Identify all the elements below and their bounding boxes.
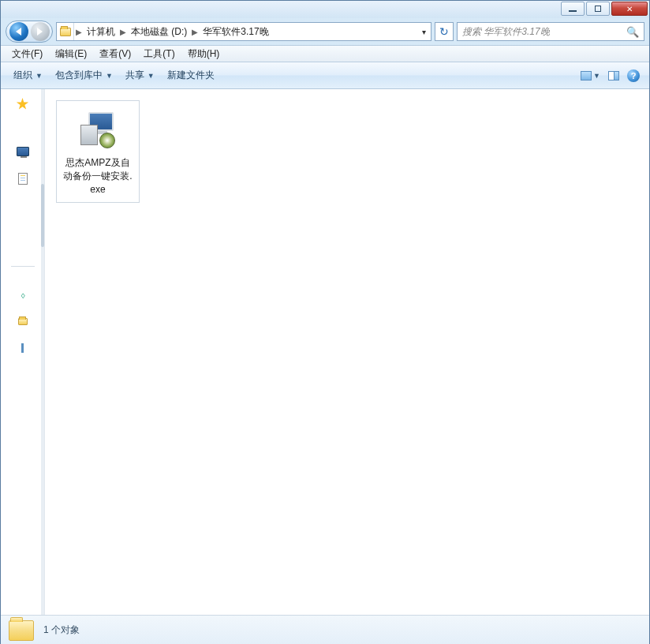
include-label: 包含到库中 (55, 69, 103, 82)
command-bar: 组织 ▼ 包含到库中 ▼ 共享 ▼ 新建文件夹 ▼ ? (1, 62, 649, 89)
toolbar-right: ▼ ? (581, 69, 643, 82)
forward-button[interactable] (31, 22, 50, 41)
close-button[interactable]: ✕ (611, 2, 648, 16)
status-text: 1 个对象 (43, 623, 80, 637)
arrow-right-icon (37, 28, 43, 36)
search-icon: 🔍 (626, 26, 639, 38)
chevron-right-icon: ▶ (118, 28, 128, 36)
organize-button[interactable]: 组织 ▼ (7, 66, 49, 85)
item-icon[interactable] (16, 341, 30, 355)
network-icon[interactable]: ⬨ (16, 287, 30, 301)
sidebar-scrollbar[interactable] (41, 89, 44, 615)
chevron-down-icon: ▼ (148, 72, 155, 80)
chevron-down-icon: ▼ (35, 72, 43, 80)
address-dropdown[interactable]: ▾ (417, 28, 431, 36)
help-icon: ? (631, 71, 637, 80)
folder-tree-icon[interactable] (16, 314, 30, 328)
help-button[interactable]: ? (627, 69, 640, 82)
maximize-button[interactable] (586, 2, 610, 16)
menu-file[interactable]: 文件(F) (6, 46, 49, 62)
divider (11, 266, 35, 267)
organize-label: 组织 (13, 69, 32, 82)
exe-installer-icon (79, 110, 117, 148)
chevron-down-icon: ▼ (106, 72, 113, 80)
menu-view[interactable]: 查看(V) (93, 46, 137, 62)
nav-back-forward (6, 21, 53, 43)
share-label: 共享 (125, 69, 144, 82)
status-bar: 1 个对象 (1, 615, 649, 644)
preview-pane-icon (608, 71, 619, 80)
menu-help[interactable]: 帮助(H) (181, 46, 226, 62)
navigation-pane[interactable]: ⬨ (1, 89, 45, 615)
chevron-right-icon: ▶ (190, 28, 200, 36)
address-bar[interactable]: ▶ 计算机 ▶ 本地磁盘 (D:) ▶ 华军软件3.17晚 ▾ (56, 22, 431, 41)
folder-icon (57, 23, 74, 40)
navigation-bar: ▶ 计算机 ▶ 本地磁盘 (D:) ▶ 华军软件3.17晚 ▾ ↻ 搜索 华军软… (1, 18, 649, 45)
include-in-library-button[interactable]: 包含到库中 ▼ (49, 66, 119, 85)
explorer-window: ✕ ▶ 计算机 ▶ 本地磁盘 (D:) ▶ 华军软件3.17晚 ▾ ↻ 搜索 华… (0, 0, 650, 644)
breadcrumb-drive[interactable]: 本地磁盘 (D:) (128, 23, 190, 40)
preview-pane-button[interactable] (608, 71, 619, 80)
breadcrumb-folder[interactable]: 华军软件3.17晚 (200, 23, 271, 40)
chevron-down-icon: ▼ (593, 72, 600, 80)
menu-edit[interactable]: 编辑(E) (49, 46, 93, 62)
search-input[interactable]: 搜索 华军软件3.17晚 🔍 (457, 22, 644, 41)
view-icon (581, 71, 592, 80)
search-placeholder: 搜索 华军软件3.17晚 (462, 25, 550, 39)
menu-bar: 文件(F) 编辑(E) 查看(V) 工具(T) 帮助(H) (1, 45, 649, 62)
back-button[interactable] (9, 22, 28, 41)
folder-icon (9, 620, 34, 641)
new-folder-label: 新建文件夹 (167, 69, 215, 82)
new-folder-button[interactable]: 新建文件夹 (161, 66, 221, 85)
change-view-button[interactable]: ▼ (581, 71, 600, 80)
refresh-button[interactable]: ↻ (435, 22, 454, 41)
breadcrumb-computer[interactable]: 计算机 (84, 23, 118, 40)
refresh-icon: ↻ (439, 25, 449, 38)
computer-icon[interactable] (16, 144, 30, 159)
menu-tools[interactable]: 工具(T) (137, 46, 181, 62)
file-name: 思杰AMPZ及自动备份一键安装.exe (62, 156, 134, 196)
file-list[interactable]: 思杰AMPZ及自动备份一键安装.exe (45, 89, 649, 615)
chevron-right-icon: ▶ (74, 28, 84, 36)
favorites-icon[interactable] (16, 97, 30, 111)
window-controls: ✕ (561, 2, 648, 16)
titlebar: ✕ (1, 1, 649, 18)
documents-icon[interactable] (16, 171, 30, 185)
minimize-button[interactable] (561, 2, 585, 16)
arrow-left-icon (16, 28, 21, 36)
body-area: ⬨ 思杰AMPZ及自动备份一键安装.exe (1, 89, 649, 615)
file-item[interactable]: 思杰AMPZ及自动备份一键安装.exe (56, 100, 140, 203)
share-button[interactable]: 共享 ▼ (119, 66, 161, 85)
